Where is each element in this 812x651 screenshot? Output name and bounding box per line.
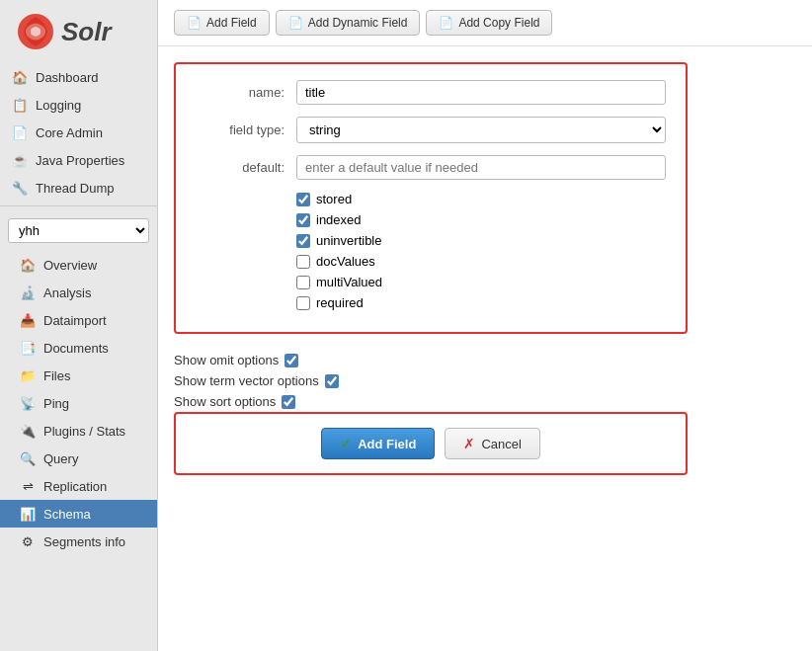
sidebar-item-files[interactable]: 📁 Files: [0, 362, 157, 389]
replication-icon: ⇌: [20, 478, 36, 494]
dashboard-icon: 🏠: [12, 69, 28, 85]
sidebar-item-query[interactable]: 🔍 Query: [0, 445, 157, 472]
field-type-label: field type:: [196, 122, 284, 137]
sidebar-item-analysis-label: Analysis: [43, 285, 91, 300]
default-input[interactable]: [296, 155, 666, 180]
uninvertible-label: uninvertible: [316, 233, 382, 248]
sidebar-item-overview[interactable]: 🏠 Overview: [0, 251, 157, 279]
sidebar-item-ping-label: Ping: [43, 396, 69, 411]
ping-icon: 📡: [20, 395, 36, 411]
sidebar-item-thread-dump[interactable]: 🔧 Thread Dump: [0, 174, 157, 202]
sidebar-item-replication[interactable]: ⇌ Replication: [0, 472, 157, 500]
sidebar: Solr 🏠 Dashboard 📋 Logging 📄 Core Admin …: [0, 0, 158, 651]
add-field-submit-button[interactable]: ✓ Add Field: [321, 428, 435, 459]
sidebar-item-segments-label: Segments info: [43, 534, 125, 549]
documents-icon: 📑: [20, 340, 36, 356]
add-copy-field-icon: 📄: [439, 16, 453, 30]
schema-icon: 📊: [20, 506, 36, 522]
sidebar-item-plugins-label: Plugins / Stats: [43, 424, 125, 439]
add-field-button[interactable]: 📄 Add Field: [174, 10, 270, 36]
files-icon: 📁: [20, 367, 36, 383]
checkbox-required-row: required: [296, 295, 666, 310]
checkboxes-area: stored indexed uninvertible docValues mu…: [296, 192, 666, 310]
show-term-options-row: Show term vector options: [174, 370, 796, 391]
add-checkmark-icon: ✓: [340, 436, 352, 451]
sidebar-item-dashboard-label: Dashboard: [36, 70, 99, 85]
show-sort-options-label: Show sort options: [174, 394, 276, 409]
add-dynamic-field-button[interactable]: 📄 Add Dynamic Field: [276, 10, 421, 36]
sidebar-divider: [0, 205, 157, 206]
query-icon: 🔍: [20, 450, 36, 466]
sidebar-item-logging[interactable]: 📋 Logging: [0, 91, 157, 119]
sidebar-item-thread-dump-label: Thread Dump: [36, 181, 114, 196]
add-copy-field-button[interactable]: 📄 Add Copy Field: [426, 10, 552, 36]
logging-icon: 📋: [12, 97, 28, 113]
show-term-options-checkbox[interactable]: [325, 374, 339, 388]
cancel-label: Cancel: [481, 437, 521, 451]
main-nav: 🏠 Dashboard 📋 Logging 📄 Core Admin ☕ Jav…: [0, 63, 157, 202]
sidebar-item-files-label: Files: [43, 368, 70, 383]
add-field-form: name: field type: string text_general in…: [174, 62, 688, 334]
main-content: 📄 Add Field 📄 Add Dynamic Field 📄 Add Co…: [158, 0, 812, 651]
java-icon: ☕: [12, 152, 28, 168]
sidebar-item-java-label: Java Properties: [36, 153, 124, 168]
sidebar-item-analysis[interactable]: 🔬 Analysis: [0, 279, 157, 306]
sidebar-item-dashboard[interactable]: 🏠 Dashboard: [0, 63, 157, 91]
sidebar-item-core-admin-label: Core Admin: [36, 125, 103, 140]
segments-icon: ⚙: [20, 533, 36, 549]
sidebar-item-ping[interactable]: 📡 Ping: [0, 389, 157, 417]
docvalues-label: docValues: [316, 254, 375, 269]
checkbox-multivalued-row: multiValued: [296, 275, 666, 289]
required-checkbox[interactable]: [296, 296, 310, 310]
required-label: required: [316, 295, 364, 310]
action-buttons-card: ✓ Add Field ✗ Cancel: [174, 412, 688, 475]
sidebar-item-logging-label: Logging: [36, 98, 81, 113]
sub-nav: 🏠 Overview 🔬 Analysis 📥 Dataimport 📑 Doc…: [0, 251, 157, 555]
show-omit-options-checkbox[interactable]: [284, 354, 298, 367]
add-dynamic-field-icon: 📄: [288, 16, 303, 30]
name-input[interactable]: [296, 80, 666, 105]
checkbox-docvalues-row: docValues: [296, 254, 666, 269]
show-omit-options-label: Show omit options: [174, 353, 279, 367]
cancel-x-icon: ✗: [463, 436, 475, 451]
indexed-checkbox[interactable]: [296, 213, 310, 227]
add-copy-field-label: Add Copy Field: [458, 16, 539, 30]
checkbox-uninvertible-row: uninvertible: [296, 233, 666, 248]
stored-checkbox[interactable]: [296, 193, 310, 206]
show-sort-options-checkbox[interactable]: [282, 395, 295, 409]
indexed-label: indexed: [316, 212, 362, 227]
sidebar-item-query-label: Query: [43, 451, 78, 466]
thread-dump-icon: 🔧: [12, 180, 28, 196]
checkbox-indexed-row: indexed: [296, 212, 666, 227]
cancel-button[interactable]: ✗ Cancel: [445, 428, 539, 459]
docvalues-checkbox[interactable]: [296, 255, 310, 269]
core-selector[interactable]: yhh: [8, 218, 149, 243]
sidebar-item-core-admin[interactable]: 📄 Core Admin: [0, 119, 157, 146]
add-field-label: Add Field: [206, 16, 257, 30]
uninvertible-checkbox[interactable]: [296, 234, 310, 248]
multivalued-checkbox[interactable]: [296, 276, 310, 289]
sidebar-item-dataimport[interactable]: 📥 Dataimport: [0, 306, 157, 334]
default-label: default:: [196, 160, 284, 175]
field-type-select[interactable]: string text_general int long float doubl…: [296, 117, 666, 143]
sidebar-item-documents-label: Documents: [43, 341, 109, 356]
name-row: name:: [196, 80, 666, 105]
plugins-icon: 🔌: [20, 423, 36, 439]
dataimport-icon: 📥: [20, 312, 36, 328]
sidebar-item-segments-info[interactable]: ⚙ Segments info: [0, 528, 157, 555]
solr-brand-text: Solr: [61, 17, 112, 47]
sidebar-item-plugins[interactable]: 🔌 Plugins / Stats: [0, 417, 157, 445]
sidebar-item-documents[interactable]: 📑 Documents: [0, 334, 157, 362]
core-admin-icon: 📄: [12, 124, 28, 140]
sidebar-item-overview-label: Overview: [43, 258, 97, 273]
stored-label: stored: [316, 192, 352, 206]
sidebar-item-replication-label: Replication: [43, 479, 107, 494]
logo-area: Solr: [0, 0, 157, 63]
sidebar-item-java-properties[interactable]: ☕ Java Properties: [0, 146, 157, 174]
add-field-icon: 📄: [187, 16, 202, 30]
core-select-dropdown[interactable]: yhh: [8, 218, 149, 243]
name-label: name:: [196, 85, 284, 100]
field-type-row: field type: string text_general int long…: [196, 117, 666, 143]
overview-icon: 🏠: [20, 257, 36, 273]
sidebar-item-schema[interactable]: 📊 Schema: [0, 500, 157, 528]
